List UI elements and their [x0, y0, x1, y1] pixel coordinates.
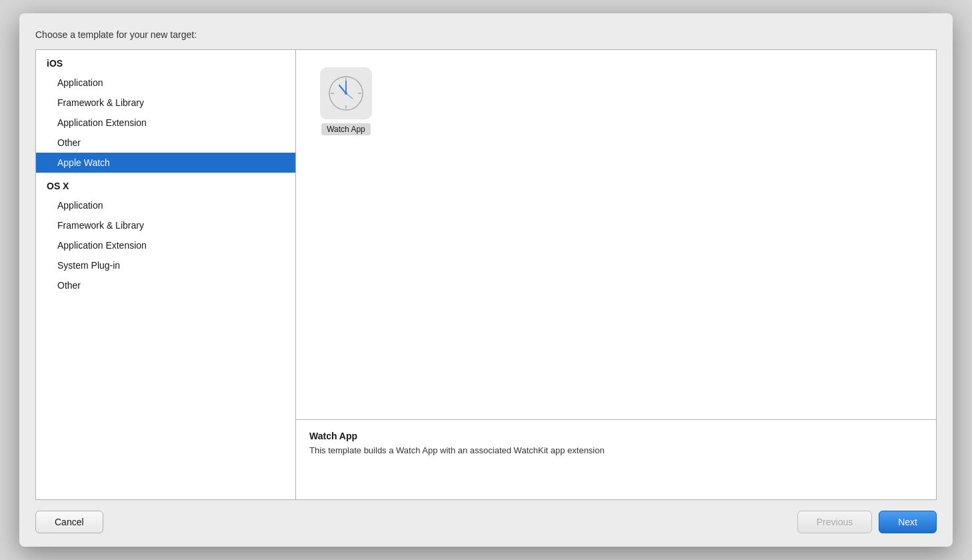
- previous-button[interactable]: Previous: [797, 511, 872, 533]
- templates-area: Watch App: [296, 50, 936, 419]
- main-content: iOS Application Framework & Library Appl…: [35, 49, 937, 500]
- next-button[interactable]: Next: [879, 511, 937, 533]
- cancel-button[interactable]: Cancel: [35, 511, 103, 533]
- dialog: Choose a template for your new target: i…: [19, 13, 953, 547]
- footer: Cancel Previous Next: [35, 500, 937, 533]
- watch-app-icon: [327, 75, 365, 112]
- description-area: Watch App This template builds a Watch A…: [296, 419, 936, 499]
- sidebar-item-osx-application[interactable]: Application: [36, 195, 295, 215]
- template-watch-app[interactable]: Watch App: [309, 63, 383, 139]
- sidebar-item-ios-application[interactable]: Application: [36, 73, 295, 93]
- sidebar-item-osx-app-extension[interactable]: Application Extension: [36, 235, 295, 255]
- sidebar-item-ios-apple-watch[interactable]: Apple Watch: [36, 153, 295, 173]
- sidebar: iOS Application Framework & Library Appl…: [36, 50, 296, 499]
- template-icon-wrapper: [320, 67, 372, 119]
- sidebar-item-osx-other[interactable]: Other: [36, 275, 295, 295]
- right-panel: Watch App Watch App This template builds…: [296, 50, 936, 499]
- description-body: This template builds a Watch App with an…: [309, 445, 923, 455]
- osx-section-header: OS X: [36, 173, 295, 195]
- footer-right: Previous Next: [797, 511, 937, 533]
- svg-line-5: [339, 85, 346, 93]
- sidebar-item-ios-framework[interactable]: Framework & Library: [36, 93, 295, 113]
- ios-section-header: iOS: [36, 50, 295, 73]
- template-watch-app-label: Watch App: [321, 123, 371, 135]
- dialog-title: Choose a template for your new target:: [35, 29, 937, 40]
- description-title: Watch App: [309, 431, 923, 441]
- sidebar-item-ios-app-extension[interactable]: Application Extension: [36, 113, 295, 133]
- sidebar-item-ios-other[interactable]: Other: [36, 133, 295, 153]
- sidebar-item-osx-system-plugin[interactable]: System Plug-in: [36, 255, 295, 275]
- svg-point-8: [345, 92, 347, 95]
- sidebar-item-osx-framework[interactable]: Framework & Library: [36, 215, 295, 235]
